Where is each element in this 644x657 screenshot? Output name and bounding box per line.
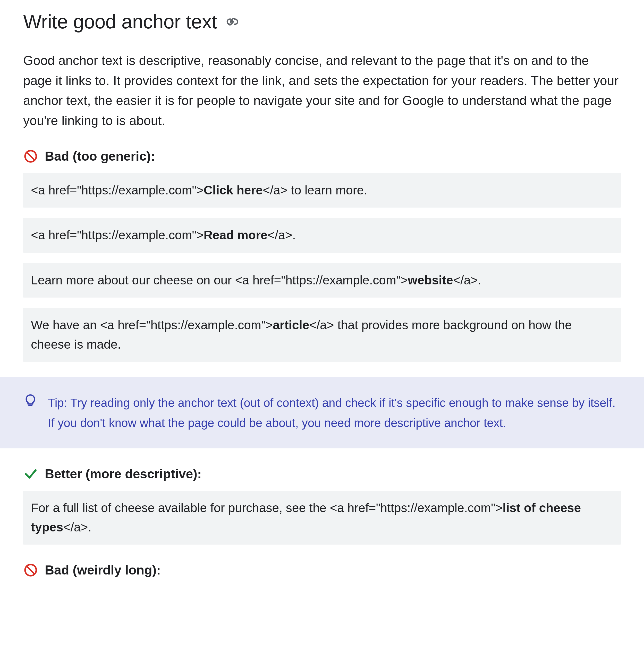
not-recommended-icon: [23, 149, 38, 164]
label-better: Better (more descriptive):: [23, 466, 621, 481]
bottom-fade: [0, 606, 644, 657]
code-example-bad-4: We have an <a href="https://example.com"…: [23, 308, 621, 362]
recommended-icon: [23, 466, 38, 481]
label-text: Bad (too generic):: [45, 149, 155, 164]
section-heading: Write good anchor text: [23, 10, 621, 33]
code-example-good-1: For a full list of cheese available for …: [23, 491, 621, 545]
code-example-bad-3: Learn more about our cheese on our <a hr…: [23, 263, 621, 298]
label-text: Better (more descriptive):: [45, 466, 202, 481]
code-example-bad-2: <a href="https://example.com">Read more<…: [23, 218, 621, 253]
tip-callout: Tip: Try reading only the anchor text (o…: [0, 377, 644, 448]
svg-line-1: [27, 153, 34, 160]
lightbulb-icon: [23, 394, 38, 408]
tip-text: Tip: Try reading only the anchor text (o…: [48, 393, 621, 433]
page: Write good anchor text Good anchor text …: [0, 0, 644, 657]
intro-paragraph: Good anchor text is descriptive, reasona…: [23, 51, 621, 131]
label-bad-long: Bad (weirdly long):: [23, 563, 621, 577]
not-recommended-icon: [23, 563, 38, 577]
link-icon[interactable]: [224, 14, 239, 29]
svg-line-4: [27, 567, 34, 574]
heading-text: Write good anchor text: [23, 10, 217, 33]
label-bad-generic: Bad (too generic):: [23, 149, 621, 164]
label-text: Bad (weirdly long):: [45, 563, 161, 577]
code-example-bad-1: <a href="https://example.com">Click here…: [23, 173, 621, 207]
